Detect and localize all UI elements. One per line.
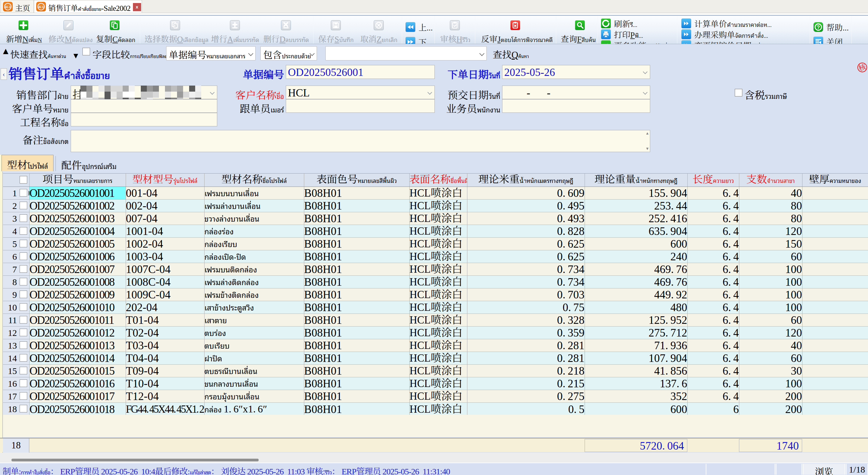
svg-text:ALU: ALU — [38, 5, 44, 9]
svg-text:?: ? — [817, 25, 820, 30]
svg-text:ALU: ALU — [4, 5, 11, 9]
